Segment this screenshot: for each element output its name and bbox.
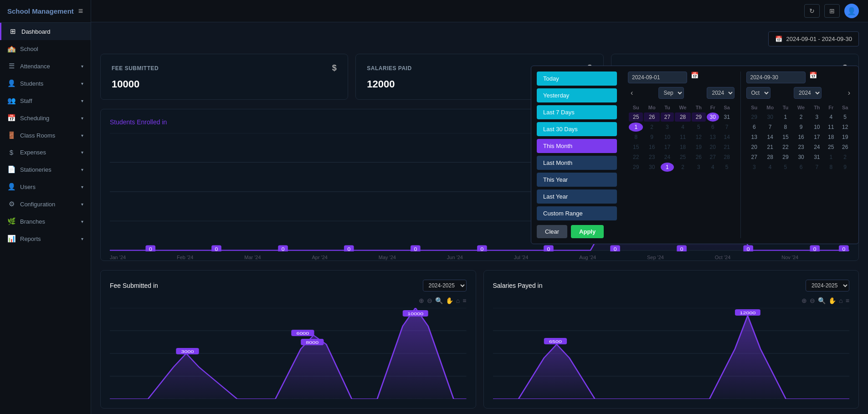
calendar-day[interactable]: 23	[644, 153, 659, 162]
calendar-day[interactable]: 9	[838, 163, 852, 172]
calendar-day[interactable]: 28	[675, 112, 691, 122]
preset-yesterday[interactable]: Yesterday	[537, 88, 617, 102]
calendar-day[interactable]: 27	[747, 153, 761, 162]
refresh-button[interactable]: ↻	[804, 4, 820, 18]
preset-last-year[interactable]: Last Year	[537, 189, 617, 204]
sidebar-item-class-rooms[interactable]: 🚪 Class Rooms ▾	[0, 127, 91, 144]
calendar-day[interactable]: 8	[629, 133, 643, 142]
calendar-day[interactable]: 25	[629, 112, 643, 122]
sidebar-item-configuration[interactable]: ⚙ Configuration ▾	[0, 195, 91, 213]
calendar-day[interactable]: 25	[825, 143, 837, 152]
calendar-day[interactable]: 4	[675, 123, 691, 132]
calendar-day[interactable]: 4	[825, 112, 837, 122]
calendar-day[interactable]: 17	[661, 143, 674, 152]
sal-pan[interactable]: ✋	[828, 297, 836, 304]
salaries-year-select[interactable]: 2024-2025 2023-2024	[806, 280, 849, 291]
calendar-day[interactable]: 27	[661, 112, 674, 122]
preset-this-year[interactable]: This Year	[537, 173, 617, 187]
calendar-day[interactable]: 26	[692, 153, 706, 162]
calendar-day[interactable]: 27	[707, 153, 719, 162]
calendar-day[interactable]: 21	[720, 143, 734, 152]
calendar-day[interactable]: 1	[825, 153, 837, 162]
calendar-day[interactable]: 6	[793, 163, 809, 172]
calendar-day[interactable]: 3	[747, 163, 761, 172]
calendar-day[interactable]: 7	[810, 163, 824, 172]
calendar-day[interactable]: 3	[810, 112, 824, 122]
preset-last7days[interactable]: Last 7 Days	[537, 105, 617, 119]
calendar-day[interactable]: 29	[779, 153, 792, 162]
sal-menu[interactable]: ≡	[846, 297, 849, 304]
calendar-day[interactable]: 4	[762, 163, 778, 172]
calendar-day[interactable]: 6	[707, 123, 719, 132]
sidebar-item-school[interactable]: 🏫 School	[0, 40, 91, 57]
preset-custom-range[interactable]: Custom Range	[537, 206, 617, 220]
calendar-day[interactable]: 22	[779, 143, 792, 152]
calendar-day[interactable]: 10	[661, 133, 674, 142]
sidebar-item-stationeries[interactable]: 📄 Stationeries ▾	[0, 161, 91, 178]
fee-search[interactable]: 🔍	[435, 297, 443, 304]
calendar-day[interactable]: 29	[629, 163, 643, 172]
calendar-day[interactable]: 1	[661, 163, 674, 172]
calendar-day[interactable]: 7	[762, 123, 778, 132]
fee-home[interactable]: ⌂	[456, 297, 460, 304]
calendar-day[interactable]: 31	[720, 112, 734, 122]
calendar-day[interactable]: 3	[661, 123, 674, 132]
calendar-day[interactable]: 25	[675, 153, 691, 162]
calendar-day[interactable]: 10	[810, 123, 824, 132]
calendar-day[interactable]: 12	[692, 133, 706, 142]
sidebar-item-branches[interactable]: 🌿 Branches ▾	[0, 213, 91, 230]
avatar[interactable]: 👤	[844, 4, 859, 18]
sidebar-item-students[interactable]: 👤 Students ▾	[0, 75, 91, 92]
sidebar-item-users[interactable]: 👤 Users ▾	[0, 178, 91, 195]
preset-last-month[interactable]: Last Month	[537, 156, 617, 170]
calendar-day[interactable]: 28	[762, 153, 778, 162]
calendar-day[interactable]: 9	[793, 123, 809, 132]
fee-pan[interactable]: ✋	[446, 297, 453, 304]
calendar-day[interactable]: 18	[675, 143, 691, 152]
calendar-day[interactable]: 22	[629, 153, 643, 162]
calendar-day[interactable]: 21	[762, 143, 778, 152]
calendar-day[interactable]: 31	[810, 153, 824, 162]
calendar-day[interactable]: 1	[629, 123, 643, 132]
sal-zoom-in[interactable]: ⊕	[801, 297, 807, 304]
left-month-select[interactable]: Sep	[658, 87, 684, 99]
fee-zoom-in[interactable]: ⊕	[419, 297, 424, 304]
calendar-day[interactable]: 29	[747, 112, 761, 122]
calendar-day[interactable]: 13	[707, 133, 719, 142]
hamburger-icon[interactable]: ≡	[78, 6, 83, 16]
calendar-day[interactable]: 16	[793, 133, 809, 142]
calendar-day[interactable]: 3	[692, 163, 706, 172]
calendar-day[interactable]: 30	[707, 112, 719, 122]
calendar-day[interactable]: 13	[747, 133, 761, 142]
fee-menu[interactable]: ≡	[462, 297, 466, 304]
calendar-day[interactable]: 24	[810, 143, 824, 152]
calendar-day[interactable]: 14	[762, 133, 778, 142]
calendar-day[interactable]: 16	[644, 143, 659, 152]
calendar-day[interactable]: 23	[793, 143, 809, 152]
sal-search[interactable]: 🔍	[818, 297, 826, 304]
calendar-day[interactable]: 30	[762, 112, 778, 122]
calendar-day[interactable]: 2	[838, 153, 852, 162]
calendar-day[interactable]: 11	[675, 133, 691, 142]
calendar-day[interactable]: 26	[644, 112, 659, 122]
calendar-day[interactable]: 15	[629, 143, 643, 152]
calendar-day[interactable]: 2	[793, 112, 809, 122]
left-cal-prev[interactable]: ‹	[628, 88, 636, 98]
calendar-day[interactable]: 19	[692, 143, 706, 152]
calendar-day[interactable]: 11	[825, 123, 837, 132]
calendar-day[interactable]: 8	[825, 163, 837, 172]
calendar-day[interactable]: 5	[720, 163, 734, 172]
calendar-day[interactable]: 28	[720, 153, 734, 162]
calendar-day[interactable]: 26	[838, 143, 852, 152]
calendar-day[interactable]: 7	[720, 123, 734, 132]
calendar-day[interactable]: 30	[644, 163, 659, 172]
calendar-day[interactable]: 2	[644, 123, 659, 132]
sidebar-item-scheduling[interactable]: 📅 Scheduling ▾	[0, 109, 91, 127]
preset-today[interactable]: Today	[537, 72, 617, 86]
calendar-day[interactable]: 12	[838, 123, 852, 132]
start-date-input[interactable]	[628, 72, 687, 83]
calendar-day[interactable]: 20	[707, 143, 719, 152]
sidebar-item-dashboard[interactable]: ⊞ Dashboard	[0, 23, 91, 40]
calendar-day[interactable]: 8	[779, 123, 792, 132]
preset-last30days[interactable]: Last 30 Days	[537, 122, 617, 136]
